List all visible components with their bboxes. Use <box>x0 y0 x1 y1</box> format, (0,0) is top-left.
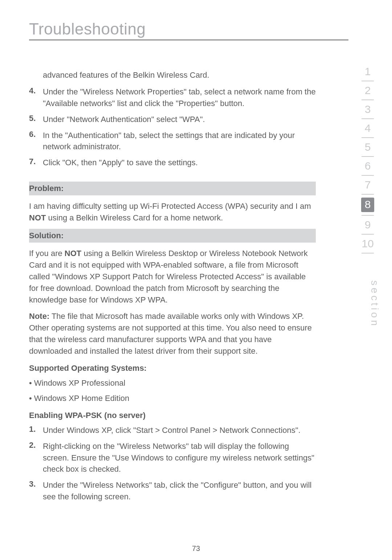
section-nav-1[interactable]: 1 <box>355 62 380 81</box>
supported-os-list: • Windows XP Professional • Windows XP H… <box>29 377 316 404</box>
step-number: 7. <box>29 157 43 169</box>
step-number: 4. <box>29 86 43 109</box>
main-content: advanced features of the Belkin Wireless… <box>29 69 316 503</box>
problem-heading-bar: Problem: <box>29 182 316 195</box>
list-item: 6. In the "Authentication" tab, select t… <box>29 130 316 153</box>
step-text: Click "OK, then "Apply" to save the sett… <box>43 157 316 169</box>
list-item: 2. Right-clicking on the "Wireless Netwo… <box>29 441 316 475</box>
step-text: Under the "Wireless Network Properties" … <box>43 86 316 109</box>
note-paragraph: Note: The file that Microsoft has made a… <box>29 311 316 357</box>
page-title: Troubleshooting <box>29 20 363 38</box>
intro-continuation: advanced features of the Belkin Wireless… <box>43 69 316 81</box>
step-number: 3. <box>29 479 43 503</box>
problem-text-pre: I am having difficulty setting up Wi-Fi … <box>29 202 311 211</box>
section-nav-8-active-wrap: 8 <box>355 195 380 215</box>
step-text: In the "Authentication" tab, select the … <box>43 130 316 153</box>
section-nav-7[interactable]: 7 <box>355 176 380 194</box>
section-nav-2[interactable]: 2 <box>355 81 380 100</box>
problem-text: I am having difficulty setting up Wi-Fi … <box>29 200 316 224</box>
section-nav-divider <box>362 253 374 253</box>
step-number: 6. <box>29 130 43 153</box>
enabling-steps-list: 1. Under Windows XP, click "Start > Cont… <box>29 425 316 503</box>
list-item: 3. Under the "Wireless Networks" tab, cl… <box>29 479 316 503</box>
section-nav-10[interactable]: 10 <box>355 235 380 253</box>
page-number: 73 <box>192 544 200 553</box>
section-nav-6[interactable]: 6 <box>355 157 380 175</box>
problem-text-bold: NOT <box>29 213 46 222</box>
list-item: 7. Click "OK, then "Apply" to save the s… <box>29 157 316 169</box>
note-text: The file that Microsoft has made availab… <box>29 312 312 356</box>
list-item: 1. Under Windows XP, click "Start > Cont… <box>29 425 316 436</box>
step-text: Under Windows XP, click "Start > Control… <box>43 425 316 436</box>
step-text: Under the "Wireless Networks" tab, click… <box>43 479 316 503</box>
solution-paragraph-1: If you are NOT using a Belkin Wireless D… <box>29 248 316 305</box>
step-number: 2. <box>29 441 43 475</box>
list-item: 5. Under "Network Authentication" select… <box>29 114 316 125</box>
supported-os-heading: Supported Operating Systems: <box>29 364 316 373</box>
solution-p1-pre: If you are <box>29 249 65 258</box>
solution-heading-bar: Solution: <box>29 229 316 243</box>
section-nav-4[interactable]: 4 <box>355 119 380 137</box>
step-number: 1. <box>29 425 43 436</box>
section-nav-sidebar: 1 2 3 4 5 6 7 8 9 10 section <box>355 62 380 253</box>
section-nav-9[interactable]: 9 <box>355 216 380 234</box>
list-item: • Windows XP Professional <box>29 377 316 389</box>
top-steps-list: 4. Under the "Wireless Network Propertie… <box>29 86 316 169</box>
step-text: Right-clicking on the "Wireless Networks… <box>43 441 316 475</box>
step-text: Under "Network Authentication" select "W… <box>43 114 316 125</box>
problem-text-post: using a Belkin Wireless Card for a home … <box>46 213 223 222</box>
solution-p1-bold: NOT <box>65 249 81 258</box>
section-nav-3[interactable]: 3 <box>355 100 380 118</box>
section-nav-5[interactable]: 5 <box>355 138 380 156</box>
section-nav-8-active[interactable]: 8 <box>361 198 374 212</box>
enabling-heading: Enabling WPA-PSK (no server) <box>29 411 316 420</box>
section-vertical-label: section <box>369 280 380 328</box>
step-number: 5. <box>29 114 43 125</box>
note-label: Note: <box>29 312 49 321</box>
list-item: • Windows XP Home Edition <box>29 393 316 404</box>
list-item: 4. Under the "Wireless Network Propertie… <box>29 86 316 109</box>
title-rule <box>29 40 348 40</box>
